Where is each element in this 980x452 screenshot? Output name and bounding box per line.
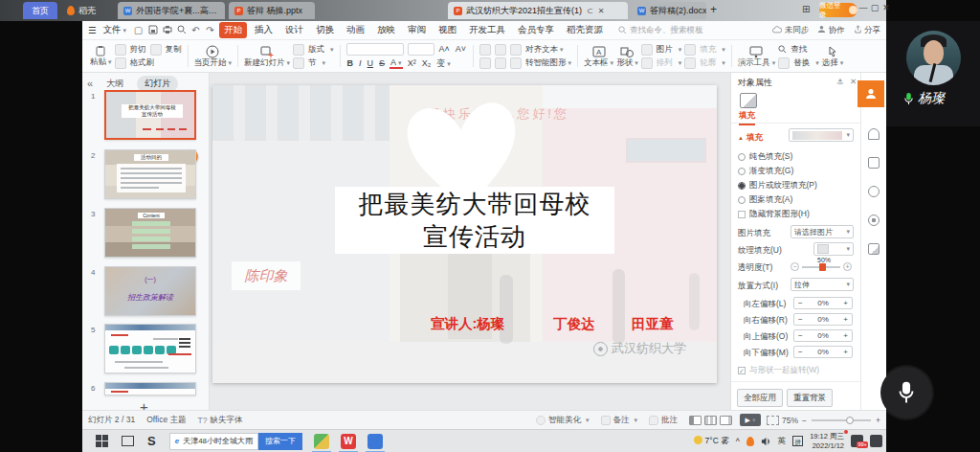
theme-name[interactable]: Office 主题 bbox=[146, 415, 186, 426]
taskbar-search-widget[interactable]: e 天津48小时全城大雨 搜索一下 bbox=[169, 433, 302, 450]
s-app-icon[interactable]: S bbox=[147, 434, 156, 448]
weather-tray-item[interactable]: 7°C 雾 bbox=[694, 436, 729, 447]
reading-view-button[interactable] bbox=[720, 416, 732, 425]
fill-section-header[interactable]: ▲ 填充 bbox=[738, 132, 763, 144]
slide-sorter-view-button[interactable] bbox=[704, 416, 717, 425]
new-tab-button[interactable]: + bbox=[710, 3, 717, 16]
decrease-font-icon[interactable]: A˅ bbox=[455, 44, 467, 54]
arrange-icon[interactable] bbox=[641, 57, 653, 69]
play-from-current-button[interactable]: 当页开始 bbox=[194, 45, 233, 68]
minus-button[interactable]: − bbox=[798, 299, 803, 307]
checkbox-hide-background[interactable]: 隐藏背景图形(H) bbox=[738, 209, 810, 220]
print-icon[interactable] bbox=[162, 25, 172, 35]
copy-label[interactable]: 复制 bbox=[166, 44, 182, 56]
task-view-button[interactable] bbox=[122, 436, 134, 446]
transparency-thumb[interactable] bbox=[819, 263, 826, 271]
superscript-button[interactable]: X² bbox=[407, 58, 417, 68]
cut-icon[interactable] bbox=[115, 44, 126, 56]
pin-panel-icon[interactable]: ⚓ bbox=[836, 77, 844, 86]
ribbon-tab-insert[interactable]: 插入 bbox=[250, 22, 278, 38]
missing-font-warning[interactable]: T?缺失字体 bbox=[198, 415, 243, 426]
slide-title[interactable]: 把最美纺大带回母校 宣传活动 bbox=[335, 187, 614, 254]
ribbon-tab-slideshow[interactable]: 放映 bbox=[372, 22, 400, 38]
share-button[interactable]: 分享 bbox=[854, 25, 880, 36]
font-size-select[interactable] bbox=[408, 43, 434, 56]
layout-icon[interactable] bbox=[293, 44, 304, 56]
replace-icon[interactable] bbox=[778, 57, 790, 69]
close-panel-icon[interactable]: ✕ bbox=[850, 77, 857, 86]
slide-thumbnail-5[interactable]: 5 bbox=[91, 324, 204, 373]
fill-tab-icon[interactable] bbox=[740, 93, 757, 108]
minus-button[interactable]: − bbox=[798, 331, 803, 340]
text-effect-button[interactable]: 变 bbox=[435, 57, 452, 70]
format-painter-label[interactable]: 格式刷 bbox=[130, 57, 155, 69]
meeting-member-panel-button[interactable] bbox=[858, 80, 884, 107]
texture-fill-dropdown[interactable] bbox=[813, 242, 854, 256]
meeting-video-panel[interactable]: 杨璨 bbox=[886, 21, 980, 126]
zoom-slider[interactable] bbox=[812, 419, 871, 421]
ime-lang-indicator[interactable]: 英 bbox=[778, 436, 787, 447]
strikethrough-button[interactable]: S bbox=[378, 58, 386, 68]
tab-close-icon[interactable]: ✕ bbox=[598, 7, 605, 15]
transparency-slider[interactable]: − 50% + bbox=[791, 262, 852, 271]
textbox-button[interactable]: A 文本框 bbox=[584, 45, 613, 68]
tab-docer[interactable]: 稻壳 bbox=[61, 2, 109, 19]
message-tray-icon[interactable]: 99+ bbox=[851, 435, 863, 447]
window-pane-icon[interactable] bbox=[868, 157, 880, 169]
zoom-in-button[interactable]: + bbox=[876, 416, 880, 425]
antivirus-flame-icon[interactable] bbox=[746, 437, 754, 446]
radio-solid-fill[interactable]: 纯色填充(S) bbox=[738, 151, 792, 163]
zoom-slider-knob[interactable] bbox=[846, 417, 854, 424]
blue-app-icon[interactable] bbox=[368, 434, 383, 449]
help-pane-icon[interactable] bbox=[868, 186, 880, 197]
font-name-select[interactable] bbox=[346, 43, 404, 56]
offset-up-stepper[interactable]: −0%+ bbox=[793, 329, 853, 342]
radio-gradient-fill[interactable]: 渐变填充(G) bbox=[738, 166, 793, 177]
find-label[interactable]: 查找 bbox=[791, 44, 807, 56]
numbered-list-icon[interactable] bbox=[495, 44, 506, 56]
file-menu[interactable]: 文件 bbox=[103, 24, 127, 36]
ribbon-tab-animation[interactable]: 动画 bbox=[342, 22, 369, 38]
outline-icon[interactable] bbox=[684, 57, 696, 69]
bold-button[interactable]: B bbox=[346, 58, 355, 68]
doc-tab-2[interactable]: P答辩 杨操.pptx bbox=[229, 2, 315, 19]
tab-slides[interactable]: 幻灯片 bbox=[137, 76, 178, 92]
slide-thumbnail-2[interactable]: 2 活动目的 bbox=[91, 149, 204, 199]
replace-label[interactable]: 替换 bbox=[793, 57, 810, 69]
increase-font-icon[interactable]: A˄ bbox=[438, 44, 451, 54]
tab-home[interactable]: 首页 bbox=[23, 2, 57, 19]
section-label[interactable]: 节 bbox=[308, 57, 317, 69]
transparency-plus-button[interactable]: + bbox=[843, 262, 852, 271]
command-search[interactable]: 查找命令、搜索模板 bbox=[618, 25, 703, 36]
paste-button[interactable]: 粘贴 bbox=[90, 45, 112, 67]
transparency-minus-button[interactable]: − bbox=[791, 262, 799, 271]
layout-label[interactable]: 版式 bbox=[308, 44, 324, 56]
comments-button[interactable]: 批注 bbox=[649, 415, 678, 426]
tray-expand-button[interactable]: ^ bbox=[736, 437, 740, 446]
picture-label[interactable]: 图片 bbox=[657, 44, 673, 56]
bullet-list-icon[interactable] bbox=[479, 44, 491, 56]
italic-button[interactable]: I bbox=[358, 58, 363, 68]
doc-tab-4[interactable]: W答辩稿(2).docx bbox=[632, 2, 706, 19]
meeting-mic-button[interactable] bbox=[880, 367, 932, 418]
taskbar-search-input[interactable]: e 天津48小时全城大雨 bbox=[169, 433, 258, 450]
radio-picture-fill[interactable]: 图片或纹理填充(P) bbox=[738, 180, 817, 192]
outline-label[interactable]: 轮廓 bbox=[700, 57, 716, 69]
collapse-panel-button[interactable]: « bbox=[87, 78, 93, 89]
taskbar-clock[interactable]: 19:12 周三 2022/1/12 bbox=[810, 432, 844, 450]
print-preview-icon[interactable] bbox=[176, 25, 187, 35]
volume-icon[interactable] bbox=[761, 437, 771, 446]
maximize-button[interactable]: ▢ bbox=[869, 3, 880, 12]
apply-all-button[interactable]: 全部应用 bbox=[737, 389, 783, 407]
plus-button[interactable]: + bbox=[843, 348, 848, 356]
redo-icon[interactable]: ↷ bbox=[205, 25, 215, 35]
line-spacing-icon[interactable] bbox=[510, 57, 522, 69]
minimize-button[interactable]: — bbox=[858, 3, 869, 12]
font-color-button[interactable]: A bbox=[390, 57, 403, 69]
plus-button[interactable]: + bbox=[843, 299, 848, 307]
slide-thumbnail-6[interactable]: 6 bbox=[91, 382, 204, 396]
slide-thumbnail-1[interactable]: 1 把最美纺大带回母校 宣传活动 ▶ + bbox=[91, 90, 204, 140]
notes-button[interactable]: 备注 bbox=[601, 415, 638, 426]
offset-right-stepper[interactable]: −0%+ bbox=[793, 313, 853, 326]
section-icon[interactable] bbox=[293, 57, 304, 69]
